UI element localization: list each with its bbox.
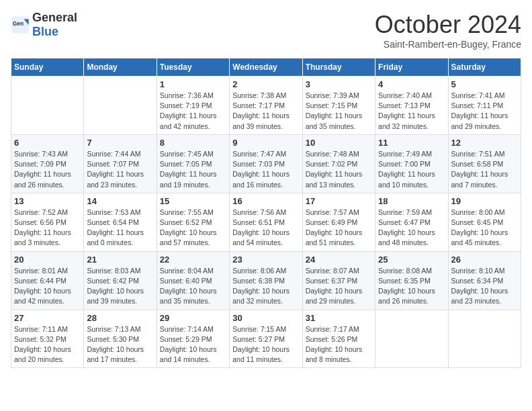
calendar-week-row: 13Sunrise: 7:52 AM Sunset: 6:56 PM Dayli… [11,193,521,251]
day-number: 7 [87,138,153,148]
calendar-cell: 22Sunrise: 8:04 AM Sunset: 6:40 PM Dayli… [157,251,229,310]
day-info: Sunrise: 7:43 AM Sunset: 7:09 PM Dayligh… [14,149,81,190]
day-info: Sunrise: 7:44 AM Sunset: 7:07 PM Dayligh… [87,149,153,190]
calendar-cell: 5Sunrise: 7:41 AM Sunset: 7:11 PM Daylig… [448,77,521,135]
day-number: 24 [306,255,372,265]
calendar-cell: 21Sunrise: 8:03 AM Sunset: 6:42 PM Dayli… [84,251,157,310]
calendar-cell: 16Sunrise: 7:56 AM Sunset: 6:51 PM Dayli… [230,193,302,251]
calendar-body: 1Sunrise: 7:36 AM Sunset: 7:19 PM Daylig… [11,77,521,368]
day-info: Sunrise: 7:48 AM Sunset: 7:02 PM Dayligh… [306,149,372,190]
day-info: Sunrise: 7:53 AM Sunset: 6:54 PM Dayligh… [87,208,153,248]
calendar-cell: 14Sunrise: 7:53 AM Sunset: 6:54 PM Dayli… [84,193,157,251]
day-info: Sunrise: 7:41 AM Sunset: 7:11 PM Dayligh… [451,91,518,132]
calendar-cell: 23Sunrise: 8:06 AM Sunset: 6:38 PM Dayli… [230,251,302,310]
day-info: Sunrise: 7:14 AM Sunset: 5:29 PM Dayligh… [160,324,226,365]
day-info: Sunrise: 8:10 AM Sunset: 6:34 PM Dayligh… [451,266,518,307]
day-info: Sunrise: 7:57 AM Sunset: 6:49 PM Dayligh… [306,208,372,248]
day-number: 23 [232,255,299,265]
calendar-cell: 10Sunrise: 7:48 AM Sunset: 7:02 PM Dayli… [302,134,375,193]
calendar-day-header: Saturday [448,58,521,77]
day-info: Sunrise: 7:45 AM Sunset: 7:05 PM Dayligh… [160,149,226,190]
day-number: 20 [14,255,81,265]
logo-text: General Blue [32,11,77,39]
day-number: 26 [451,255,518,265]
day-info: Sunrise: 7:11 AM Sunset: 5:32 PM Dayligh… [14,324,81,365]
calendar-day-header: Sunday [11,58,84,77]
calendar-day-header: Thursday [302,58,375,77]
calendar-cell: 25Sunrise: 8:08 AM Sunset: 6:35 PM Dayli… [375,251,448,310]
day-info: Sunrise: 7:52 AM Sunset: 6:56 PM Dayligh… [14,208,81,248]
day-number: 17 [306,196,372,206]
calendar-cell [375,310,448,368]
calendar-week-row: 1Sunrise: 7:36 AM Sunset: 7:19 PM Daylig… [11,77,521,135]
day-info: Sunrise: 7:59 AM Sunset: 6:47 PM Dayligh… [378,208,445,248]
calendar-cell: 26Sunrise: 8:10 AM Sunset: 6:34 PM Dayli… [448,251,521,310]
logo-blue: Blue [32,25,58,38]
day-info: Sunrise: 7:40 AM Sunset: 7:13 PM Dayligh… [378,91,445,132]
calendar-header-row: SundayMondayTuesdayWednesdayThursdayFrid… [11,58,521,77]
calendar-cell: 7Sunrise: 7:44 AM Sunset: 7:07 PM Daylig… [84,134,157,193]
day-number: 30 [232,313,299,323]
day-number: 21 [87,255,153,265]
calendar-week-row: 6Sunrise: 7:43 AM Sunset: 7:09 PM Daylig… [11,134,521,193]
calendar-cell: 28Sunrise: 7:13 AM Sunset: 5:30 PM Dayli… [84,310,157,368]
calendar-week-row: 27Sunrise: 7:11 AM Sunset: 5:32 PM Dayli… [11,310,521,368]
calendar-cell: 15Sunrise: 7:55 AM Sunset: 6:52 PM Dayli… [157,193,229,251]
location-subtitle: Saint-Rambert-en-Bugey, France [375,39,521,50]
day-number: 19 [451,196,518,206]
day-number: 13 [14,196,81,206]
day-info: Sunrise: 8:03 AM Sunset: 6:42 PM Dayligh… [87,266,153,307]
calendar-cell: 3Sunrise: 7:39 AM Sunset: 7:15 PM Daylig… [302,77,375,135]
calendar-cell: 2Sunrise: 7:38 AM Sunset: 7:17 PM Daylig… [230,77,302,135]
day-number: 3 [306,79,372,89]
day-info: Sunrise: 8:01 AM Sunset: 6:44 PM Dayligh… [14,266,81,307]
calendar-cell: 17Sunrise: 7:57 AM Sunset: 6:49 PM Dayli… [302,193,375,251]
calendar-table: SundayMondayTuesdayWednesdayThursdayFrid… [11,58,521,368]
calendar-cell: 6Sunrise: 7:43 AM Sunset: 7:09 PM Daylig… [11,134,84,193]
day-info: Sunrise: 7:36 AM Sunset: 7:19 PM Dayligh… [160,91,226,132]
month-title: October 2024 [375,11,521,39]
day-info: Sunrise: 7:55 AM Sunset: 6:52 PM Dayligh… [160,208,226,248]
calendar-cell: 24Sunrise: 8:07 AM Sunset: 6:37 PM Dayli… [302,251,375,310]
calendar-cell: 20Sunrise: 8:01 AM Sunset: 6:44 PM Dayli… [11,251,84,310]
day-info: Sunrise: 8:04 AM Sunset: 6:40 PM Dayligh… [160,266,226,307]
day-info: Sunrise: 8:06 AM Sunset: 6:38 PM Dayligh… [232,266,299,307]
day-info: Sunrise: 8:08 AM Sunset: 6:35 PM Dayligh… [378,266,445,307]
logo: Gen General Blue [11,11,77,39]
day-info: Sunrise: 7:49 AM Sunset: 7:00 PM Dayligh… [378,149,445,190]
day-info: Sunrise: 7:17 AM Sunset: 5:26 PM Dayligh… [306,324,372,365]
day-number: 31 [306,313,372,323]
day-number: 8 [160,138,226,148]
calendar-cell: 9Sunrise: 7:47 AM Sunset: 7:03 PM Daylig… [230,134,302,193]
calendar-cell: 27Sunrise: 7:11 AM Sunset: 5:32 PM Dayli… [11,310,84,368]
calendar-week-row: 20Sunrise: 8:01 AM Sunset: 6:44 PM Dayli… [11,251,521,310]
logo-general: General [32,11,77,24]
page-header: Gen General Blue October 2024 Saint-Ramb… [11,11,521,50]
day-info: Sunrise: 7:13 AM Sunset: 5:30 PM Dayligh… [87,324,153,365]
day-info: Sunrise: 8:00 AM Sunset: 6:45 PM Dayligh… [451,208,518,248]
day-number: 1 [160,79,226,89]
calendar-cell: 19Sunrise: 8:00 AM Sunset: 6:45 PM Dayli… [448,193,521,251]
day-number: 15 [160,196,226,206]
day-number: 27 [14,313,81,323]
day-number: 4 [378,79,445,89]
calendar-day-header: Wednesday [230,58,302,77]
calendar-cell: 4Sunrise: 7:40 AM Sunset: 7:13 PM Daylig… [375,77,448,135]
logo-icon: Gen [11,15,30,34]
day-number: 14 [87,196,153,206]
calendar-cell: 11Sunrise: 7:49 AM Sunset: 7:00 PM Dayli… [375,134,448,193]
calendar-cell: 8Sunrise: 7:45 AM Sunset: 7:05 PM Daylig… [157,134,229,193]
day-number: 25 [378,255,445,265]
day-number: 10 [306,138,372,148]
calendar-day-header: Monday [84,58,157,77]
day-info: Sunrise: 8:07 AM Sunset: 6:37 PM Dayligh… [306,266,372,307]
calendar-cell [11,77,84,135]
day-number: 28 [87,313,153,323]
day-info: Sunrise: 7:51 AM Sunset: 6:58 PM Dayligh… [451,149,518,190]
day-number: 29 [160,313,226,323]
calendar-cell: 13Sunrise: 7:52 AM Sunset: 6:56 PM Dayli… [11,193,84,251]
day-info: Sunrise: 7:56 AM Sunset: 6:51 PM Dayligh… [232,208,299,248]
day-info: Sunrise: 7:47 AM Sunset: 7:03 PM Dayligh… [232,149,299,190]
day-number: 22 [160,255,226,265]
day-number: 12 [451,138,518,148]
